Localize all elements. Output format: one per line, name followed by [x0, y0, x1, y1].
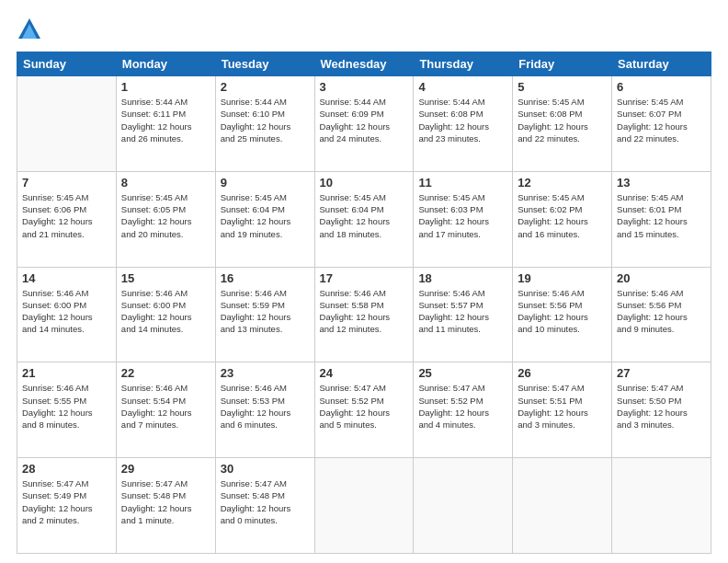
- day-info: Sunrise: 5:47 AM Sunset: 5:49 PM Dayligh…: [22, 477, 111, 526]
- day-info: Sunrise: 5:45 AM Sunset: 6:07 PM Dayligh…: [617, 96, 706, 144]
- day-info: Sunrise: 5:45 AM Sunset: 6:08 PM Dayligh…: [518, 96, 607, 144]
- calendar-cell: 24Sunrise: 5:47 AM Sunset: 5:52 PM Dayli…: [314, 362, 414, 458]
- calendar-cell: 3Sunrise: 5:44 AM Sunset: 6:09 PM Daylig…: [314, 76, 414, 172]
- day-number: 10: [320, 176, 409, 190]
- day-info: Sunrise: 5:46 AM Sunset: 5:55 PM Dayligh…: [22, 382, 111, 431]
- calendar-cell: [513, 458, 612, 554]
- day-info: Sunrise: 5:45 AM Sunset: 6:02 PM Dayligh…: [518, 191, 607, 240]
- day-header-wednesday: Wednesday: [314, 52, 414, 76]
- day-info: Sunrise: 5:46 AM Sunset: 6:00 PM Dayligh…: [22, 287, 111, 336]
- day-number: 6: [617, 80, 706, 94]
- calendar-cell: 21Sunrise: 5:46 AM Sunset: 5:55 PM Dayli…: [17, 362, 117, 458]
- day-number: 18: [418, 271, 507, 285]
- calendar-cell: 23Sunrise: 5:46 AM Sunset: 5:53 PM Dayli…: [215, 362, 314, 458]
- day-info: Sunrise: 5:47 AM Sunset: 5:48 PM Dayligh…: [221, 477, 310, 526]
- day-number: 7: [22, 176, 111, 190]
- calendar-cell: [17, 76, 117, 172]
- day-number: 5: [518, 80, 607, 94]
- calendar-cell: 4Sunrise: 5:44 AM Sunset: 6:08 PM Daylig…: [414, 76, 513, 172]
- calendar-cell: 2Sunrise: 5:44 AM Sunset: 6:10 PM Daylig…: [215, 76, 314, 172]
- logo: [17, 17, 46, 42]
- day-number: 14: [22, 271, 111, 285]
- day-info: Sunrise: 5:44 AM Sunset: 6:10 PM Dayligh…: [221, 96, 310, 144]
- day-info: Sunrise: 5:46 AM Sunset: 5:58 PM Dayligh…: [320, 287, 409, 336]
- calendar-cell: 25Sunrise: 5:47 AM Sunset: 5:52 PM Dayli…: [414, 362, 513, 458]
- calendar-cell: 18Sunrise: 5:46 AM Sunset: 5:57 PM Dayli…: [414, 267, 513, 362]
- day-info: Sunrise: 5:45 AM Sunset: 6:05 PM Dayligh…: [121, 191, 210, 240]
- calendar-cell: [414, 458, 513, 554]
- day-number: 20: [617, 271, 706, 285]
- day-info: Sunrise: 5:46 AM Sunset: 5:53 PM Dayligh…: [221, 382, 310, 431]
- day-info: Sunrise: 5:45 AM Sunset: 6:04 PM Dayligh…: [320, 191, 409, 240]
- calendar-cell: 9Sunrise: 5:45 AM Sunset: 6:04 PM Daylig…: [215, 171, 314, 267]
- day-number: 15: [121, 271, 210, 285]
- header-row: SundayMondayTuesdayWednesdayThursdayFrid…: [17, 52, 711, 76]
- calendar-body: 1Sunrise: 5:44 AM Sunset: 6:11 PM Daylig…: [17, 76, 711, 554]
- day-number: 24: [320, 366, 409, 380]
- calendar-cell: [612, 458, 711, 554]
- calendar-table: SundayMondayTuesdayWednesdayThursdayFrid…: [17, 52, 711, 554]
- day-header-monday: Monday: [116, 52, 215, 76]
- day-header-friday: Friday: [513, 52, 612, 76]
- day-info: Sunrise: 5:47 AM Sunset: 5:51 PM Dayligh…: [518, 382, 607, 431]
- week-row-3: 21Sunrise: 5:46 AM Sunset: 5:55 PM Dayli…: [17, 362, 711, 458]
- week-row-2: 14Sunrise: 5:46 AM Sunset: 6:00 PM Dayli…: [17, 267, 711, 362]
- day-number: 29: [121, 462, 210, 476]
- calendar-cell: 1Sunrise: 5:44 AM Sunset: 6:11 PM Daylig…: [116, 76, 215, 172]
- week-row-0: 1Sunrise: 5:44 AM Sunset: 6:11 PM Daylig…: [17, 76, 711, 172]
- day-info: Sunrise: 5:45 AM Sunset: 6:03 PM Dayligh…: [418, 191, 507, 240]
- calendar-cell: 29Sunrise: 5:47 AM Sunset: 5:48 PM Dayli…: [116, 458, 215, 554]
- calendar-cell: 8Sunrise: 5:45 AM Sunset: 6:05 PM Daylig…: [116, 171, 215, 267]
- day-number: 28: [22, 462, 111, 476]
- day-info: Sunrise: 5:45 AM Sunset: 6:06 PM Dayligh…: [22, 191, 111, 240]
- day-info: Sunrise: 5:47 AM Sunset: 5:48 PM Dayligh…: [121, 477, 210, 526]
- day-number: 19: [518, 271, 607, 285]
- calendar-cell: 13Sunrise: 5:45 AM Sunset: 6:01 PM Dayli…: [612, 171, 711, 267]
- day-number: 1: [121, 80, 210, 94]
- day-info: Sunrise: 5:46 AM Sunset: 5:59 PM Dayligh…: [221, 287, 310, 336]
- day-number: 30: [221, 462, 310, 476]
- day-info: Sunrise: 5:44 AM Sunset: 6:09 PM Dayligh…: [320, 96, 409, 144]
- calendar-cell: 10Sunrise: 5:45 AM Sunset: 6:04 PM Dayli…: [314, 171, 414, 267]
- calendar-cell: 19Sunrise: 5:46 AM Sunset: 5:56 PM Dayli…: [513, 267, 612, 362]
- day-info: Sunrise: 5:47 AM Sunset: 5:52 PM Dayligh…: [320, 382, 409, 431]
- day-number: 9: [221, 176, 310, 190]
- day-number: 22: [121, 366, 210, 380]
- day-header-thursday: Thursday: [414, 52, 513, 76]
- calendar-cell: 11Sunrise: 5:45 AM Sunset: 6:03 PM Dayli…: [414, 171, 513, 267]
- day-info: Sunrise: 5:47 AM Sunset: 5:50 PM Dayligh…: [617, 382, 706, 431]
- header: [17, 17, 711, 42]
- calendar-cell: 12Sunrise: 5:45 AM Sunset: 6:02 PM Dayli…: [513, 171, 612, 267]
- calendar-cell: 30Sunrise: 5:47 AM Sunset: 5:48 PM Dayli…: [215, 458, 314, 554]
- day-number: 23: [221, 366, 310, 380]
- day-number: 3: [320, 80, 409, 94]
- day-info: Sunrise: 5:46 AM Sunset: 5:57 PM Dayligh…: [418, 287, 507, 336]
- calendar-cell: 20Sunrise: 5:46 AM Sunset: 5:56 PM Dayli…: [612, 267, 711, 362]
- calendar-cell: 15Sunrise: 5:46 AM Sunset: 6:00 PM Dayli…: [116, 267, 215, 362]
- calendar-cell: 28Sunrise: 5:47 AM Sunset: 5:49 PM Dayli…: [17, 458, 117, 554]
- day-number: 27: [617, 366, 706, 380]
- day-header-sunday: Sunday: [17, 52, 117, 76]
- day-info: Sunrise: 5:44 AM Sunset: 6:11 PM Dayligh…: [121, 96, 210, 144]
- calendar-cell: 5Sunrise: 5:45 AM Sunset: 6:08 PM Daylig…: [513, 76, 612, 172]
- day-info: Sunrise: 5:45 AM Sunset: 6:01 PM Dayligh…: [617, 191, 706, 240]
- day-info: Sunrise: 5:45 AM Sunset: 6:04 PM Dayligh…: [221, 191, 310, 240]
- calendar-cell: 17Sunrise: 5:46 AM Sunset: 5:58 PM Dayli…: [314, 267, 414, 362]
- day-number: 11: [418, 176, 507, 190]
- day-info: Sunrise: 5:46 AM Sunset: 5:54 PM Dayligh…: [121, 382, 210, 431]
- week-row-4: 28Sunrise: 5:47 AM Sunset: 5:49 PM Dayli…: [17, 458, 711, 554]
- day-number: 21: [22, 366, 111, 380]
- day-info: Sunrise: 5:47 AM Sunset: 5:52 PM Dayligh…: [418, 382, 507, 431]
- day-number: 4: [418, 80, 507, 94]
- calendar-cell: 26Sunrise: 5:47 AM Sunset: 5:51 PM Dayli…: [513, 362, 612, 458]
- calendar-cell: 7Sunrise: 5:45 AM Sunset: 6:06 PM Daylig…: [17, 171, 117, 267]
- day-number: 8: [121, 176, 210, 190]
- day-number: 16: [221, 271, 310, 285]
- day-number: 26: [518, 366, 607, 380]
- page: SundayMondayTuesdayWednesdayThursdayFrid…: [0, 0, 728, 563]
- calendar-cell: [314, 458, 414, 554]
- day-info: Sunrise: 5:46 AM Sunset: 5:56 PM Dayligh…: [617, 287, 706, 336]
- day-header-saturday: Saturday: [612, 52, 711, 76]
- calendar-cell: 6Sunrise: 5:45 AM Sunset: 6:07 PM Daylig…: [612, 76, 711, 172]
- day-number: 25: [418, 366, 507, 380]
